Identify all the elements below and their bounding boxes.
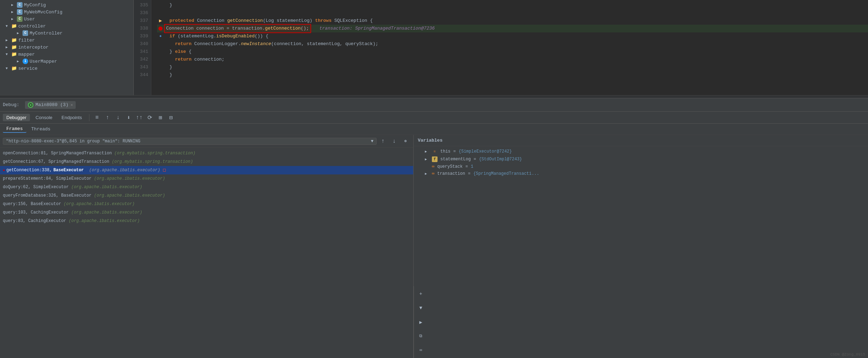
sidebar-item-interceptor[interactable]: ▶ 📁 interceptor: [0, 44, 133, 51]
code-line-341: } else {: [157, 48, 868, 56]
code-line-344: }: [157, 71, 868, 79]
stack-frame-0[interactable]: openConnection:81, SpringManagedTransact…: [0, 149, 413, 158]
execution-arrow: ▶: [159, 17, 162, 25]
var-icon-transaction: ∞: [432, 171, 434, 176]
add-watch-icon[interactable]: +: [416, 289, 426, 299]
var-icon-querystack: ∞: [432, 164, 434, 169]
toolbar-run-cursor-icon[interactable]: ⟳: [146, 113, 154, 122]
gutter-337: ▶: [157, 17, 164, 25]
var-expand-statementlog[interactable]: ▶: [425, 157, 430, 161]
thread-select-dropdown[interactable]: "http-nio-8080-exec-3"@5,845 in group "m…: [3, 138, 377, 145]
frames-panel: "http-nio-8080-exec-3"@5,845 in group "m…: [0, 135, 414, 358]
code-line-335: }: [157, 1, 868, 9]
stack-frame-6[interactable]: query:156, BaseExecutor (org.apache.ibat…: [0, 200, 413, 208]
stack-frame-3[interactable]: prepareStatement:84, SimpleExecutor (org…: [0, 174, 413, 183]
stack-frame-8[interactable]: query:83, CachingExecutor (org.apache.ib…: [0, 217, 413, 225]
code-line-337: ▶ protected Connection getConnection(Log…: [157, 17, 868, 25]
debugger-tab[interactable]: Debugger: [3, 114, 30, 121]
gutter-339: ◆: [157, 32, 164, 40]
stack-frame-1[interactable]: getConnection:67, SpringManagedTransacti…: [0, 158, 413, 166]
variables-panel: Variables ▶ ≡ this = {SimpleExecutor@724…: [414, 135, 868, 358]
sidebar-item-myconfig[interactable]: ▶ C MyConfig: [0, 1, 133, 8]
watermark: CSDN @Zong_0915: [830, 352, 865, 357]
threads-tab[interactable]: Threads: [28, 126, 54, 132]
thread-down-btn[interactable]: ↓: [389, 136, 399, 146]
code-area: ▶ C MyConfig ▶ C MyWebMvcConfig ▶ C User…: [0, 0, 868, 95]
toolbar-list-icon[interactable]: ≡: [93, 113, 101, 122]
expand-icon[interactable]: ▶: [416, 317, 426, 327]
stack-frame-4[interactable]: doQuery:62, SimpleExecutor (org.apache.i…: [0, 183, 413, 191]
frames-threads-tabs: Frames Threads: [0, 124, 868, 135]
thread-up-btn[interactable]: ↑: [378, 136, 388, 146]
toolbar-force-step-icon[interactable]: ⬇: [125, 113, 133, 122]
line-numbers: 335 336 337 338 339 340 341 342 343 344: [134, 0, 151, 95]
frame-debug-marker: [163, 169, 166, 172]
thread-selector: "http-nio-8080-exec-3"@5,845 in group "m…: [0, 135, 413, 148]
code-line-343: }: [157, 63, 868, 71]
stack-frames-list: openConnection:81, SpringManagedTransact…: [0, 148, 413, 358]
debug-content: "http-nio-8080-exec-3"@5,845 in group "m…: [0, 135, 868, 358]
var-expand-transaction[interactable]: ▶: [425, 172, 430, 176]
code-line-339: ◆ if (statementLog.isDebugEnabled()) {: [157, 32, 868, 40]
sidebar-item-controller[interactable]: ▼ 📁 controller: [0, 23, 133, 30]
selected-frame-marker: ●: [3, 168, 5, 172]
debug-label: Debug:: [3, 102, 19, 107]
toolbar-down-icon[interactable]: ↓: [114, 113, 122, 122]
debug-panel: Debug: Main8080 (3) ✕ Debugger Console E…: [0, 98, 868, 358]
gutter-338: [157, 26, 164, 31]
breakpoint-338: [158, 26, 163, 31]
debug-session-tab[interactable]: Main8080 (3) ✕: [25, 101, 76, 109]
sidebar-item-service[interactable]: ▼ 📁 service: [0, 65, 133, 72]
endpoints-tab[interactable]: Endpoints: [58, 114, 86, 121]
code-line-338: Connection connection = transaction.getC…: [157, 25, 868, 32]
code-line-340: return ConnectionLogger.newInstance(conn…: [157, 40, 868, 48]
frames-tab[interactable]: Frames: [3, 125, 26, 133]
variables-content: ▶ ≡ this = {SimpleExecutor@7242} ▶ f sta…: [414, 146, 868, 286]
thread-filter-btn[interactable]: ⊛: [401, 136, 410, 146]
code-content: } ▶ protected Connection getConnection(L…: [151, 0, 868, 95]
console-tab[interactable]: Console: [32, 114, 56, 121]
dropdown-arrow-icon: ▼: [371, 139, 373, 144]
toolbar-up-icon[interactable]: ↑: [103, 113, 112, 122]
project-tree: ▶ C MyConfig ▶ C MyWebMvcConfig ▶ C User…: [0, 0, 134, 95]
sidebar-item-mywebmvcconfig[interactable]: ▶ C MyWebMvcConfig: [0, 8, 133, 16]
sidebar-item-mycontroller[interactable]: ▶ C MyController: [0, 30, 133, 37]
debug-sub-toolbar: Debugger Console Endpoints ≡ ↑ ↓ ⬇ ↑↑ ⟳ …: [0, 112, 868, 124]
debug-toolbar: Debug: Main8080 (3) ✕: [0, 98, 868, 112]
horizontal-scrollbar[interactable]: [0, 95, 868, 98]
variables-header: Variables: [414, 135, 868, 146]
var-item-transaction[interactable]: ▶ ∞ transaction = {SpringManagedTransact…: [414, 170, 868, 177]
var-item-querystack[interactable]: ▶ ∞ queryStack = 1: [414, 163, 868, 170]
tab-close-icon[interactable]: ✕: [70, 103, 73, 107]
sidebar-item-mapper[interactable]: ▼ 📁 mapper: [0, 51, 133, 58]
var-icon-statementlog: f: [432, 156, 438, 162]
stack-frame-2[interactable]: ● getConnection:338, BaseExecutor (org.a…: [0, 166, 413, 174]
main-container: ▶ C MyConfig ▶ C MyWebMvcConfig ▶ C User…: [0, 0, 868, 358]
var-no-expand-querystack: ▶: [425, 165, 430, 169]
toolbar-step-out-icon[interactable]: ↑↑: [135, 113, 144, 122]
sidebar-item-filter[interactable]: ▶ 📁 filter: [0, 37, 133, 44]
side-icons: + ▼ ▶ ⧉ ∞: [414, 286, 428, 358]
session-icon: [28, 102, 33, 108]
stack-frame-5[interactable]: queryFromDatabase:326, BaseExecutor (org…: [0, 191, 413, 200]
sidebar-item-user[interactable]: ▶ C User: [0, 16, 133, 23]
var-item-statementlog[interactable]: ▶ f statementLog = {StdOutImpl@7243}: [414, 155, 868, 163]
var-expand-this[interactable]: ▶: [425, 149, 430, 154]
code-editor: 335 336 337 338 339 340 341 342 343 344 …: [134, 0, 868, 95]
var-item-this[interactable]: ▶ ≡ this = {SimpleExecutor@7242}: [414, 148, 868, 155]
toolbar-sep-1: [89, 114, 89, 121]
copy-value-icon[interactable]: ⧉: [416, 331, 426, 341]
debug-highlight-box: Connection connection = transaction.getC…: [164, 24, 311, 33]
toolbar-evaluate-icon[interactable]: ⊞: [156, 113, 165, 122]
evaluate-icon[interactable]: ∞: [416, 345, 426, 355]
collapse-icon[interactable]: ▼: [416, 303, 426, 313]
code-line-342: return connection;: [157, 56, 868, 63]
stack-frame-7[interactable]: query:103, CachingExecutor (org.apache.i…: [0, 208, 413, 217]
code-line-336: [157, 9, 868, 17]
toolbar-settings-icon[interactable]: ⊟: [167, 113, 175, 122]
var-icon-this: ≡: [432, 149, 438, 154]
sidebar-item-usermapper[interactable]: ▶ i UserMapper: [0, 58, 133, 65]
